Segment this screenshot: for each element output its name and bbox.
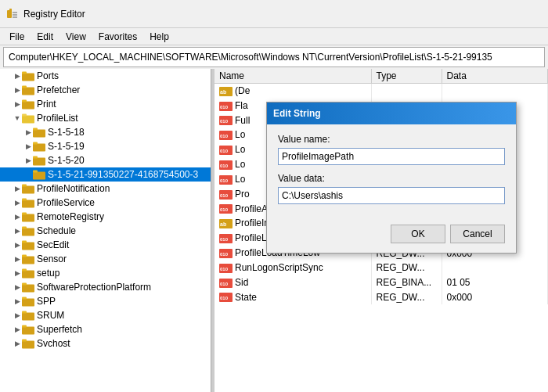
expand-arrow: ▶ xyxy=(13,99,22,109)
tree-item-secedit[interactable]: ▶ SecEdit xyxy=(0,238,211,252)
tree-item-softwareprotection[interactable]: ▶ SoftwareProtectionPlatform xyxy=(0,280,211,294)
dialog-title-bar: Edit String xyxy=(267,102,516,124)
tree-item-profilelist[interactable]: ▼ ProfileList xyxy=(0,111,211,125)
folder-icon-open xyxy=(22,113,34,124)
folder-icon xyxy=(22,254,34,264)
row-data xyxy=(442,84,548,99)
row-data xyxy=(442,261,548,275)
dialog-footer: OK Cancel xyxy=(267,221,516,253)
cancel-button[interactable]: Cancel xyxy=(450,225,505,243)
row-type: REG_DW... xyxy=(371,290,442,305)
svg-text:010: 010 xyxy=(220,178,229,183)
tree-item-spp[interactable]: ▶ SPP xyxy=(0,294,211,308)
folder-icon xyxy=(22,324,34,335)
tree-item-s-1-5-21[interactable]: S-1-5-21-991350227-4168754500-3 xyxy=(0,167,211,182)
expand-arrow: ▶ xyxy=(13,71,22,81)
tree-item-svchost[interactable]: ▶ Svchost xyxy=(0,336,211,351)
ok-button[interactable]: OK xyxy=(391,225,445,243)
folder-icon xyxy=(33,141,45,152)
svg-rect-16 xyxy=(33,142,38,145)
tree-item-superfetch[interactable]: ▶ Superfetch xyxy=(0,322,211,336)
tree-pane[interactable]: ▶ Ports ▶ Prefetcher ▶ Print ▼ ProfileLi… xyxy=(0,69,211,392)
tree-item-profilenotification[interactable]: ▶ ProfileNotification xyxy=(0,182,211,196)
svg-rect-40 xyxy=(22,311,27,314)
table-row[interactable]: ab(De xyxy=(215,84,548,99)
svg-rect-19 xyxy=(33,172,45,180)
expand-arrow: ▶ xyxy=(13,339,22,348)
menu-favorites[interactable]: Favorites xyxy=(92,30,143,44)
expand-arrow: ▶ xyxy=(13,198,22,207)
menu-help[interactable]: Help xyxy=(143,30,175,44)
svg-rect-25 xyxy=(22,214,34,222)
tree-item-label: Svchost xyxy=(37,338,70,349)
svg-rect-18 xyxy=(33,156,38,159)
menu-edit[interactable]: Edit xyxy=(31,30,59,44)
tree-item-remoteregistry[interactable]: ▶ RemoteRegistry xyxy=(0,210,211,224)
address-bar-path: Computer\HKEY_LOCAL_MACHINE\SOFTWARE\Mic… xyxy=(9,52,492,63)
svg-rect-44 xyxy=(22,340,27,342)
row-data: 0x000 xyxy=(442,290,548,305)
svg-rect-10 xyxy=(22,100,27,102)
tree-item-label: Prefetcher xyxy=(37,85,80,95)
svg-text:010: 010 xyxy=(220,149,229,153)
svg-rect-37 xyxy=(22,299,34,307)
value-data-label: Value data: xyxy=(278,173,505,184)
table-row[interactable]: 010State REG_DW... 0x000 xyxy=(215,290,548,305)
tree-item-print[interactable]: ▶ Print xyxy=(0,97,211,111)
folder-icon xyxy=(33,169,45,180)
svg-rect-8 xyxy=(22,86,27,88)
svg-rect-5 xyxy=(22,74,34,81)
tree-item-s-1-5-18[interactable]: ▶ S-1-5-18 xyxy=(0,125,211,139)
folder-icon xyxy=(22,183,34,194)
app-icon xyxy=(6,8,19,20)
expand-arrow: ▶ xyxy=(13,297,22,306)
tree-item-setup[interactable]: ▶ setup xyxy=(0,266,211,280)
folder-icon xyxy=(22,268,34,279)
tree-item-s-1-5-20[interactable]: ▶ S-1-5-20 xyxy=(0,153,211,167)
expand-arrow: ▶ xyxy=(13,268,22,278)
expand-arrow: ▶ xyxy=(23,128,33,137)
svg-rect-24 xyxy=(22,199,27,201)
menu-bar: File Edit View Favorites Help xyxy=(0,28,548,45)
expand-arrow: ▶ xyxy=(13,325,22,334)
tree-item-srum[interactable]: ▶ SRUM xyxy=(0,308,211,322)
svg-rect-4 xyxy=(13,16,17,18)
svg-text:010: 010 xyxy=(220,237,229,242)
value-data-input[interactable] xyxy=(278,187,505,204)
table-row[interactable]: 010RunLogonScriptSync REG_DW... xyxy=(215,261,548,275)
svg-text:010: 010 xyxy=(220,296,229,300)
edit-string-dialog: Edit String Value name: Value data: OK C… xyxy=(266,102,517,254)
tree-item-profileservice[interactable]: ▶ ProfileService xyxy=(0,196,211,210)
expand-arrow: ▶ xyxy=(13,240,22,250)
tree-item-schedule[interactable]: ▶ Schedule xyxy=(0,224,211,238)
expand-arrow: ▼ xyxy=(13,113,22,123)
svg-rect-11 xyxy=(22,116,34,124)
svg-text:ab: ab xyxy=(220,89,226,95)
svg-rect-14 xyxy=(33,128,38,131)
table-row[interactable]: 010Sid REG_BINA... 01 05 xyxy=(215,275,548,290)
col-type: Type xyxy=(371,69,442,84)
svg-rect-26 xyxy=(22,213,27,215)
tree-item-label: ProfileNotification xyxy=(37,183,110,194)
tree-item-label: RemoteRegistry xyxy=(37,211,104,222)
tree-item-sensor[interactable]: ▶ Sensor xyxy=(0,252,211,266)
tree-item-s-1-5-19[interactable]: ▶ S-1-5-19 xyxy=(0,139,211,153)
tree-item-ports[interactable]: ▶ Ports xyxy=(0,69,211,83)
menu-file[interactable]: File xyxy=(3,30,31,44)
svg-rect-27 xyxy=(22,228,34,236)
tree-item-label: Print xyxy=(37,99,56,110)
svg-text:010: 010 xyxy=(220,267,229,272)
expand-arrow: ▶ xyxy=(13,184,22,193)
folder-icon xyxy=(22,70,34,81)
menu-view[interactable]: View xyxy=(59,30,92,44)
svg-rect-36 xyxy=(22,283,27,286)
row-name: ab(De xyxy=(215,84,371,99)
tree-item-prefetcher[interactable]: ▶ Prefetcher xyxy=(0,83,211,97)
tree-item-label: S-1-5-21-991350227-4168754500-3 xyxy=(48,169,198,180)
svg-rect-9 xyxy=(22,102,34,110)
value-name-input[interactable] xyxy=(278,148,505,165)
svg-rect-39 xyxy=(22,313,34,321)
folder-icon xyxy=(33,127,45,138)
col-name: Name xyxy=(215,69,371,84)
folder-icon xyxy=(22,338,34,349)
